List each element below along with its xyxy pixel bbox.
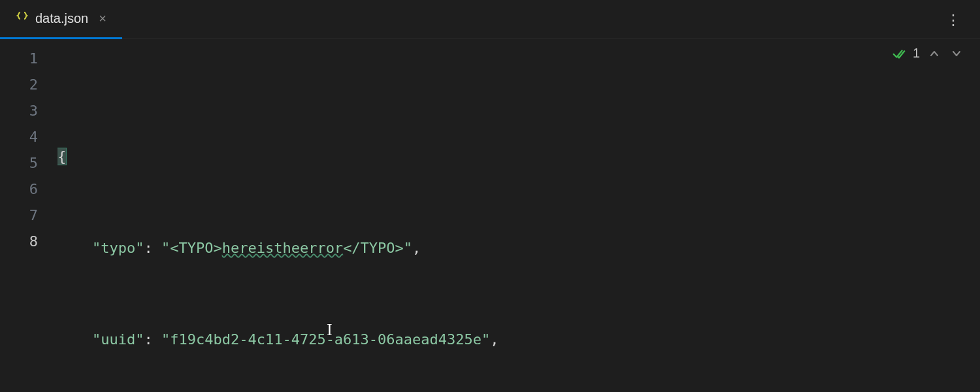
line-number: 2: [0, 72, 57, 98]
code-area[interactable]: 1 { "typo": "<TYPO>hereistheerror</TYPO>…: [57, 39, 980, 392]
file-tab[interactable]: data.json ×: [0, 0, 122, 39]
find-prev-icon[interactable]: [926, 48, 942, 59]
json-string: "f19c4bd2-4c11-4725-a613-06aaead4325e": [161, 331, 490, 348]
code-line[interactable]: "uuid": "f19c4bd2-4c11-4725-a613-06aaead…: [57, 327, 980, 353]
spell-warning: hereistheerror: [222, 240, 343, 256]
line-number: 8: [0, 229, 57, 255]
json-key: "typo": [92, 240, 144, 256]
line-number: 4: [0, 124, 57, 150]
line-number: 3: [0, 98, 57, 124]
close-icon[interactable]: ×: [95, 10, 110, 27]
tab-bar: data.json × ⋮: [0, 0, 980, 39]
json-string: "<TYPO>hereistheerror</TYPO>": [161, 240, 412, 256]
line-number-gutter: 1 2 3 4 5 6 7 8: [0, 39, 57, 392]
json-file-icon: [16, 10, 29, 26]
editor[interactable]: 1 2 3 4 5 6 7 8 1 {: [0, 39, 980, 392]
code-line[interactable]: "typo": "<TYPO>hereistheerror</TYPO>",: [57, 235, 980, 261]
find-result-widget: 1: [892, 46, 964, 61]
line-number: 1: [0, 46, 57, 72]
check-all-icon: [892, 46, 906, 61]
find-count: 1: [913, 46, 920, 61]
more-actions-icon[interactable]: ⋮: [939, 8, 967, 32]
open-brace: {: [57, 148, 66, 165]
tab-actions: ⋮: [939, 0, 967, 39]
line-number: 7: [0, 203, 57, 229]
code-line[interactable]: {: [57, 144, 980, 170]
json-key: "uuid": [92, 331, 144, 348]
line-number: 5: [0, 150, 57, 176]
tab-label: data.json: [35, 11, 88, 26]
find-next-icon[interactable]: [949, 48, 964, 59]
line-number: 6: [0, 176, 57, 203]
